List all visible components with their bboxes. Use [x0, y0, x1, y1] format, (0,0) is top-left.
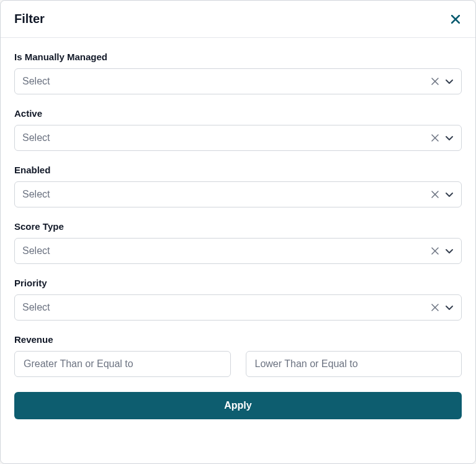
- field-revenue: Revenue: [14, 334, 462, 377]
- modal-body: Is Manually Managed Select: [1, 38, 475, 463]
- dropdown-toggle[interactable]: [444, 189, 455, 200]
- dropdown-toggle[interactable]: [444, 302, 455, 313]
- select-placeholder: Select: [15, 189, 430, 200]
- clear-button[interactable]: [430, 189, 440, 199]
- is-manually-managed-select[interactable]: Select: [14, 68, 462, 94]
- chevron-down-icon: [445, 77, 454, 86]
- active-select[interactable]: Select: [14, 125, 462, 151]
- modal-header: Filter: [1, 1, 475, 38]
- priority-select[interactable]: Select: [14, 294, 462, 321]
- clear-icon: [431, 304, 439, 311]
- clear-button[interactable]: [430, 76, 440, 86]
- field-score-type: Score Type Select: [14, 221, 462, 264]
- select-actions: [430, 302, 461, 313]
- dropdown-toggle[interactable]: [444, 245, 455, 257]
- clear-button[interactable]: [430, 303, 440, 312]
- close-button[interactable]: [449, 13, 462, 25]
- score-type-select[interactable]: Select: [14, 238, 462, 264]
- field-label: Priority: [14, 278, 462, 288]
- select-placeholder: Select: [15, 76, 430, 87]
- clear-icon: [431, 134, 439, 142]
- select-placeholder: Select: [15, 245, 430, 257]
- field-label: Enabled: [14, 165, 462, 175]
- clear-button[interactable]: [430, 246, 440, 256]
- field-enabled: Enabled Select: [14, 165, 462, 207]
- clear-button[interactable]: [430, 133, 440, 143]
- field-priority: Priority Select: [14, 278, 462, 321]
- field-label: Revenue: [14, 334, 462, 345]
- enabled-select[interactable]: Select: [14, 181, 462, 207]
- close-icon: [451, 15, 460, 24]
- chevron-down-icon: [445, 134, 454, 142]
- dropdown-toggle[interactable]: [444, 132, 455, 143]
- revenue-max-input[interactable]: [246, 351, 462, 377]
- chevron-down-icon: [445, 247, 454, 255]
- revenue-min-input[interactable]: [14, 351, 231, 377]
- select-placeholder: Select: [15, 132, 430, 143]
- select-placeholder: Select: [15, 302, 430, 313]
- dropdown-toggle[interactable]: [444, 76, 455, 87]
- field-active: Active Select: [14, 108, 462, 151]
- chevron-down-icon: [445, 303, 454, 312]
- field-label: Active: [14, 108, 462, 119]
- revenue-range-row: [14, 351, 462, 377]
- field-label: Is Manually Managed: [14, 52, 462, 62]
- select-actions: [430, 245, 461, 257]
- clear-icon: [431, 191, 439, 198]
- modal-title: Filter: [14, 12, 45, 26]
- select-actions: [430, 132, 461, 143]
- chevron-down-icon: [445, 190, 454, 199]
- select-actions: [430, 76, 461, 87]
- select-actions: [430, 189, 461, 200]
- clear-icon: [431, 247, 439, 255]
- filter-modal: Filter Is Manually Managed Select: [0, 0, 476, 464]
- field-is-manually-managed: Is Manually Managed Select: [14, 52, 462, 94]
- apply-button[interactable]: Apply: [14, 392, 462, 419]
- field-label: Score Type: [14, 221, 462, 232]
- clear-icon: [431, 78, 439, 85]
